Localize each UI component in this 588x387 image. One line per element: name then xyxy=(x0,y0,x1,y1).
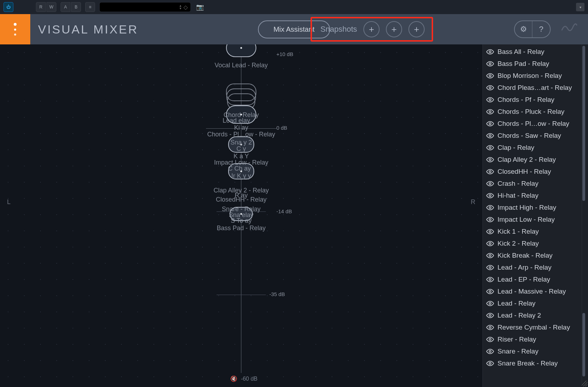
visibility-eye-icon[interactable] xyxy=(486,204,494,211)
svg-point-23 xyxy=(489,326,491,328)
track-row[interactable]: Chords - Pf - Relay xyxy=(486,94,588,106)
canvas-node-label: ClosedHH - Relay xyxy=(216,196,267,203)
outer-scrollbar-thumb-upper[interactable] xyxy=(582,46,585,201)
track-list-panel[interactable]: Bass All - RelayBass Pad - RelayBlop Mor… xyxy=(482,44,588,387)
visibility-eye-icon[interactable] xyxy=(486,168,494,176)
track-row[interactable]: Reverse Cymbal - Relay xyxy=(486,321,588,333)
svg-point-12 xyxy=(489,195,491,197)
visibility-eye-icon[interactable] xyxy=(486,60,494,68)
visibility-eye-icon[interactable] xyxy=(486,276,494,283)
visibility-eye-icon[interactable] xyxy=(486,132,494,140)
track-row[interactable]: Kick Break - Relay xyxy=(486,250,588,262)
outer-scrollbar-thumb-lower[interactable] xyxy=(582,313,585,376)
track-row[interactable]: Hi-hat - Relay xyxy=(486,190,588,202)
canvas-node-label: Chords - Pl…ow - Relay xyxy=(207,131,275,138)
preset-selector[interactable]: ▴▾ ◇ xyxy=(99,2,191,12)
svg-point-16 xyxy=(489,242,491,245)
track-row[interactable]: Chords - Pl…ow - Relay xyxy=(486,118,588,130)
canvas-node-label: Lead elay xyxy=(223,117,250,124)
visibility-eye-icon[interactable] xyxy=(486,336,494,343)
izotope-logo-icon xyxy=(0,14,30,44)
mixer-canvas[interactable]: +10 dB 0 dB -14 dB -35 dB L R Vocal Lead… xyxy=(0,44,482,387)
snapshot-slot-3-button[interactable]: + xyxy=(408,21,425,37)
track-row[interactable]: Chords - Saw - Relay xyxy=(486,130,588,142)
track-puck[interactable] xyxy=(226,44,256,57)
plugin-header: VISUAL MIXER Mix Assistant Snapshots + +… xyxy=(0,14,588,44)
track-row[interactable]: Lead - Relay xyxy=(486,297,588,309)
track-row[interactable]: Chords - Pluck - Relay xyxy=(486,106,588,118)
visibility-eye-icon[interactable] xyxy=(486,108,494,116)
track-row[interactable]: ClosedHH - Relay xyxy=(486,166,588,178)
visibility-eye-icon[interactable] xyxy=(486,156,494,164)
outer-scrollbar-track[interactable] xyxy=(582,44,586,383)
visibility-eye-icon[interactable] xyxy=(486,252,494,259)
mute-icon: 🔇 xyxy=(230,375,237,382)
track-row[interactable]: Crash - Relay xyxy=(486,178,588,190)
svg-point-7 xyxy=(489,135,491,137)
visibility-eye-icon[interactable] xyxy=(486,180,494,188)
track-row[interactable]: Clap Alley 2 - Relay xyxy=(486,154,588,166)
visibility-eye-icon[interactable] xyxy=(486,360,494,367)
pan-left-label: L xyxy=(7,198,11,206)
track-name-label: Lead - Relay xyxy=(498,300,536,307)
visibility-eye-icon[interactable] xyxy=(486,240,494,247)
track-row[interactable]: Impact High - Relay xyxy=(486,202,588,214)
db-label-zero: 0 dB xyxy=(276,125,287,131)
compare-a-button[interactable]: A xyxy=(61,2,70,12)
settings-gear-icon[interactable]: ⚙ xyxy=(515,21,532,37)
visibility-eye-icon[interactable] xyxy=(486,288,494,295)
track-row[interactable]: Bass Pad - Relay xyxy=(486,58,588,70)
resize-grip-icon[interactable] xyxy=(582,381,587,386)
izotope-wave-icon xyxy=(561,21,577,36)
track-name-label: Chords - Saw - Relay xyxy=(498,132,561,140)
automation-read-button[interactable]: R xyxy=(36,2,46,12)
svg-point-17 xyxy=(489,254,491,257)
track-name-label: Kick 2 - Relay xyxy=(498,240,539,247)
svg-point-11 xyxy=(489,183,491,185)
help-icon[interactable]: ? xyxy=(532,21,550,37)
automation-write-button[interactable]: W xyxy=(46,2,56,12)
track-row[interactable]: Lead - Massive - Relay xyxy=(486,285,588,297)
svg-point-8 xyxy=(489,147,491,149)
track-row[interactable]: Riser - Relay xyxy=(486,333,588,345)
host-menu-dropdown[interactable]: ▾ xyxy=(576,3,584,11)
visibility-eye-icon[interactable] xyxy=(486,96,494,104)
track-name-label: Impact High - Relay xyxy=(498,204,556,211)
track-row[interactable]: Lead - Arp - Relay xyxy=(486,262,588,274)
visibility-eye-icon[interactable] xyxy=(486,348,494,355)
visibility-eye-icon[interactable] xyxy=(486,216,494,223)
visibility-eye-icon[interactable] xyxy=(486,312,494,319)
track-row[interactable]: Blop Morrison - Relay xyxy=(486,70,588,82)
track-row[interactable]: Bass All - Relay xyxy=(486,46,588,58)
track-row[interactable]: Chord Pleas…art - Relay xyxy=(486,82,588,94)
track-row[interactable]: Snare - Relay xyxy=(486,345,588,357)
preset-updown-icon: ▴▾ xyxy=(180,4,181,10)
snapshot-slot-2-button[interactable]: + xyxy=(386,21,402,37)
visibility-eye-icon[interactable] xyxy=(486,144,494,152)
track-row[interactable]: Kick 2 - Relay xyxy=(486,238,588,250)
power-button[interactable]: ⏻ xyxy=(4,2,13,12)
visibility-eye-icon[interactable] xyxy=(486,120,494,128)
track-name-label: Lead - Massive - Relay xyxy=(498,288,566,295)
visibility-eye-icon[interactable] xyxy=(486,228,494,235)
pan-right-label: R xyxy=(471,198,475,206)
compare-b-button[interactable]: B xyxy=(71,2,81,12)
visibility-eye-icon[interactable] xyxy=(486,300,494,307)
visibility-eye-icon[interactable] xyxy=(486,48,494,56)
main-area: +10 dB 0 dB -14 dB -35 dB L R Vocal Lead… xyxy=(0,44,588,387)
svg-point-20 xyxy=(489,290,491,293)
track-row[interactable]: Lead - EP - Relay xyxy=(486,274,588,285)
track-row[interactable]: Snare Break - Relay xyxy=(486,357,588,369)
camera-icon[interactable]: 📷 xyxy=(195,2,205,12)
track-row[interactable]: Impact Low - Relay xyxy=(486,214,588,226)
visibility-eye-icon[interactable] xyxy=(486,72,494,80)
list-button[interactable]: ≡ xyxy=(85,2,95,12)
track-row[interactable]: Lead - Relay 2 xyxy=(486,309,588,321)
visibility-eye-icon[interactable] xyxy=(486,192,494,199)
track-row[interactable]: Kick 1 - Relay xyxy=(486,226,588,238)
visibility-eye-icon[interactable] xyxy=(486,324,494,331)
visibility-eye-icon[interactable] xyxy=(486,84,494,92)
snapshot-slot-1-button[interactable]: + xyxy=(363,21,380,37)
track-row[interactable]: Clap - Relay xyxy=(486,142,588,154)
visibility-eye-icon[interactable] xyxy=(486,264,494,271)
